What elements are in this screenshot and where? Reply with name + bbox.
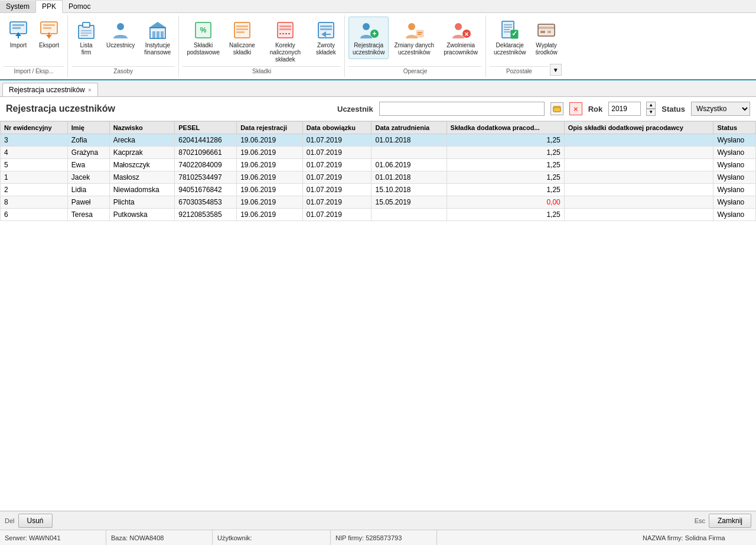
ribbon-group-zasoby: Listafirm Uczestnicy: [68, 15, 179, 77]
table-row[interactable]: 2LidiaNiewiadomska9405167684219.06.20190…: [1, 184, 756, 196]
ribbon-btn-uczestnicy-label: Uczestnicy: [106, 42, 135, 49]
table-row[interactable]: 8PawełPlichta6703035485319.06.201901.07.…: [1, 196, 756, 209]
ribbon-btn-wyplaty[interactable]: Wypłatyśrodków: [531, 17, 561, 59]
svg-rect-46: [504, 27, 512, 28]
svg-rect-18: [152, 31, 155, 38]
ribbon-group-pozostale-items: ✓ Deklaracjeuczestników Wypłat: [490, 17, 562, 64]
ribbon-group-import-eksport: Import Eksport Import / Eks: [0, 15, 68, 77]
svg-rect-13: [81, 33, 92, 34]
rok-up-btn[interactable]: ▲: [646, 102, 656, 109]
ribbon-btn-deklaracje[interactable]: ✓ Deklaracjeuczestników: [490, 17, 530, 59]
ribbon-btn-korekty-label: Korekty naliczonychskładek: [265, 42, 306, 63]
tab-close-btn[interactable]: ×: [88, 86, 92, 93]
ribbon-btn-zwroty[interactable]: Zwrotyskładek: [311, 17, 341, 59]
ribbon-btn-korekty[interactable]: Korekty naliczonychskładek: [260, 17, 310, 66]
svg-point-41: [455, 23, 462, 30]
ribbon-btn-deklaracje-label: Deklaracjeuczestników: [494, 42, 526, 56]
svg-marker-17: [149, 22, 167, 28]
zmiany-icon: [403, 20, 425, 41]
ribbon-btn-zmiany[interactable]: Zmiany danychuczestników: [390, 17, 438, 59]
usun-button[interactable]: Usuń: [18, 514, 53, 528]
tab-rejestracja[interactable]: Rejestracja uczestników ×: [2, 83, 98, 96]
ribbon-btn-eksport[interactable]: Eksport: [34, 17, 64, 52]
svg-rect-38: [416, 30, 423, 37]
rok-label: Rok: [588, 105, 603, 113]
status-select[interactable]: Wszystko Wysłano Oczekuje: [691, 102, 750, 116]
ribbon-btn-uczestnicy[interactable]: Uczestnicy: [102, 17, 139, 52]
svg-rect-7: [43, 27, 51, 29]
wyplaty-icon: [536, 20, 557, 41]
skladki-podstawowe-icon: %: [193, 20, 214, 41]
ribbon-btn-lista-firm-label: Listafirm: [80, 42, 92, 56]
status-bar: Serwer: WAWN041 Baza: NOWA8408 Użytkowni…: [0, 530, 756, 545]
table-row[interactable]: 1JacekMasłosz7810253449719.06.201901.07.…: [1, 171, 756, 184]
svg-rect-29: [279, 28, 291, 30]
ribbon-group-zasoby-items: Listafirm Uczestnicy: [71, 17, 175, 66]
ribbon-btn-import[interactable]: Import: [4, 17, 33, 52]
ribbon-btn-naliczone[interactable]: Naliczoneskładki: [225, 17, 259, 59]
import-icon: [8, 20, 29, 41]
deklaracje-icon: ✓: [499, 20, 520, 41]
ribbon-more-btn[interactable]: ▼: [550, 64, 562, 76]
ribbon-btn-wyplaty-label: Wypłatyśrodków: [535, 42, 557, 56]
ribbon-btn-import-label: Import: [10, 42, 27, 49]
svg-rect-52: [538, 27, 555, 29]
menu-ppk[interactable]: PPK: [35, 0, 63, 13]
svg-point-15: [117, 23, 124, 30]
korekty-icon: [275, 20, 296, 41]
ribbon-group-skladki: % Składkipodstawowe Naliczones: [179, 15, 345, 77]
uczestnik-input[interactable]: [379, 102, 545, 116]
svg-rect-26: [236, 31, 245, 33]
ribbon-btn-zwolnienia[interactable]: × Zwolnieniapracowników: [439, 17, 482, 59]
menu-bar: System PPK Pomoc: [0, 0, 756, 13]
col-data-zatrudnienia: Data zatrudnienia: [372, 122, 447, 134]
col-nr-ewidencyjny: Nr ewidencyjny: [1, 122, 68, 134]
ribbon-group-operacje-items: + Rejestracjauczestników: [348, 17, 482, 66]
svg-rect-33: [320, 28, 332, 30]
status-uzytkownik: Użytkownik:: [213, 530, 331, 545]
ribbon-btn-lista-firm[interactable]: Listafirm: [71, 17, 101, 59]
status-nip: NIP firmy: 5285873793: [331, 530, 437, 545]
esc-label: Esc: [695, 517, 705, 524]
col-status: Status: [713, 122, 756, 134]
ribbon-btn-instytucje[interactable]: Instytucjefinansowe: [140, 17, 175, 59]
svg-rect-1: [12, 24, 24, 26]
tab-rejestracja-label: Rejestracja uczestników: [9, 86, 85, 94]
table-row[interactable]: 4GrażynaKacprzak8702109666119.06.201901.…: [1, 147, 756, 159]
table-row[interactable]: 5EwaMałoszczyk7402208400919.06.201901.07…: [1, 159, 756, 171]
svg-rect-54: [548, 31, 551, 33]
zamknij-button[interactable]: Zamknij: [709, 514, 751, 528]
bottom-bar: Del Usuń Esc Zamknij: [0, 511, 756, 530]
svg-rect-14: [81, 35, 88, 36]
ribbon-btn-skladki-podstawowe-label: Składkipodstawowe: [187, 42, 220, 56]
svg-rect-45: [504, 24, 512, 25]
svg-text:%: %: [200, 26, 207, 34]
svg-rect-2: [12, 27, 21, 29]
menu-system[interactable]: System: [0, 1, 35, 12]
status-nazwa: NAZWA firmy: Solidna Firma: [638, 530, 756, 545]
uczestnik-folder-btn[interactable]: [550, 102, 563, 115]
rok-input[interactable]: [608, 102, 641, 116]
uczestnik-clear-btn[interactable]: ×: [569, 102, 582, 115]
table-row[interactable]: 3ZofiaArecka6204144128619.06.201901.07.2…: [1, 134, 756, 147]
ribbon-btn-rejestracja-label: Rejestracjauczestników: [353, 42, 384, 56]
ribbon-btn-rejestracja[interactable]: + Rejestracjauczestników: [348, 17, 389, 59]
rok-down-btn[interactable]: ▼: [646, 109, 656, 116]
svg-rect-25: [236, 28, 248, 30]
status-baza: Baza: NOWA8408: [106, 530, 213, 545]
ribbon-group-skladki-label: Składki: [183, 66, 341, 76]
svg-text:×: ×: [465, 30, 469, 38]
naliczone-skladki-icon: [232, 20, 253, 41]
bottom-left: Del Usuń: [5, 514, 53, 528]
menu-pomoc[interactable]: Pomoc: [63, 1, 96, 12]
svg-rect-12: [81, 30, 92, 31]
ribbon-btn-zmiany-label: Zmiany danychuczestników: [394, 42, 434, 56]
ribbon-group-pozostale: ✓ Deklaracjeuczestników Wypłat: [486, 15, 565, 77]
svg-rect-24: [236, 25, 248, 27]
ribbon-btn-skladki-podstawowe[interactable]: % Składkipodstawowe: [183, 17, 224, 59]
ribbon-content: Import Eksport Import / Eks: [0, 13, 756, 79]
ribbon-group-items: Import Eksport: [4, 17, 64, 66]
table-container: Nr ewidencyjny Imię Nazwisko PESEL Data …: [0, 121, 756, 511]
table-row[interactable]: 6TeresaPutkowska9212085358519.06.201901.…: [1, 209, 756, 221]
bottom-right: Esc Zamknij: [695, 514, 751, 528]
